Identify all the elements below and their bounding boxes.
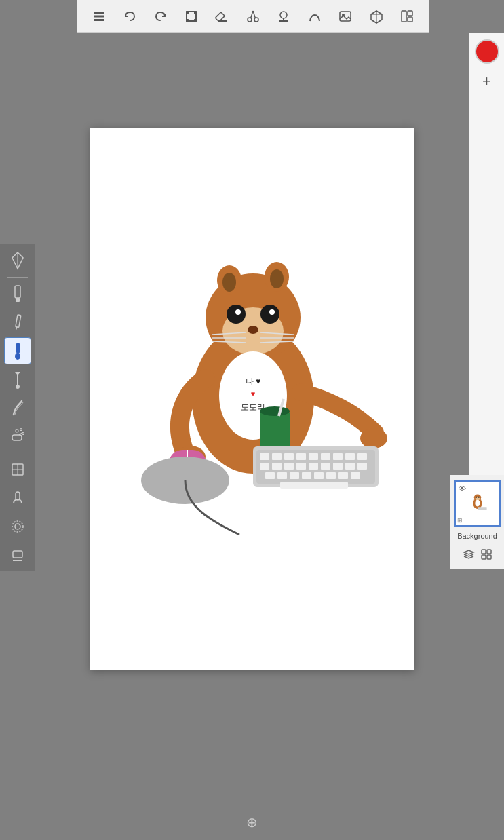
svg-line-12 <box>250 11 253 18</box>
svg-rect-97 <box>333 463 343 470</box>
svg-rect-8 <box>215 12 225 21</box>
svg-rect-86 <box>309 453 318 460</box>
svg-rect-4 <box>186 11 189 14</box>
airbrush-tool[interactable] <box>4 423 31 450</box>
marker-tool[interactable] <box>4 280 31 307</box>
svg-rect-105 <box>326 472 336 479</box>
curve-icon[interactable] <box>304 5 326 27</box>
layer-name-label: Background <box>457 532 497 540</box>
svg-rect-0 <box>94 12 104 14</box>
svg-rect-103 <box>302 472 311 479</box>
svg-rect-99 <box>357 463 367 470</box>
svg-rect-95 <box>309 463 318 470</box>
svg-rect-107 <box>351 472 360 479</box>
svg-rect-5 <box>194 11 197 14</box>
svg-rect-90 <box>357 453 367 460</box>
transform-icon[interactable] <box>180 5 202 27</box>
svg-line-13 <box>253 11 256 18</box>
svg-point-39 <box>20 429 22 431</box>
layer-thumbnail[interactable]: 👁 ⊞ <box>454 480 501 527</box>
svg-rect-15 <box>279 20 288 22</box>
add-color-button[interactable]: + <box>476 71 498 92</box>
svg-marker-34 <box>15 372 20 375</box>
svg-rect-83 <box>272 453 282 460</box>
blur-tool[interactable] <box>4 513 31 540</box>
layer-panel: 👁 ⊞ Background <box>450 475 504 569</box>
bottom-center-icon[interactable]: ⊕ <box>246 814 258 831</box>
svg-rect-82 <box>260 453 269 460</box>
layer-bottom-actions <box>463 548 492 563</box>
svg-point-45 <box>12 521 23 532</box>
svg-point-35 <box>16 385 20 389</box>
3d-icon[interactable] <box>366 5 387 27</box>
svg-rect-101 <box>277 472 287 479</box>
svg-point-32 <box>15 353 20 360</box>
svg-point-59 <box>269 309 275 315</box>
svg-rect-47 <box>13 551 22 558</box>
svg-rect-106 <box>338 472 348 479</box>
svg-rect-100 <box>265 472 275 479</box>
svg-point-114 <box>475 500 480 507</box>
canvas-paper[interactable]: 나 ♥ ♥ 도토리 <box>90 128 414 670</box>
layers-stack-icon[interactable] <box>463 548 475 563</box>
active-color-swatch[interactable] <box>475 39 499 64</box>
svg-point-40 <box>22 433 24 435</box>
svg-rect-2 <box>94 19 104 21</box>
undo-icon[interactable] <box>119 5 140 27</box>
svg-rect-36 <box>12 435 22 440</box>
svg-rect-6 <box>186 19 189 22</box>
pencil-tool[interactable] <box>4 309 31 336</box>
svg-rect-118 <box>482 555 486 559</box>
cut-icon[interactable] <box>242 5 264 27</box>
svg-text:♥: ♥ <box>250 389 255 398</box>
svg-rect-22 <box>402 11 406 22</box>
svg-rect-116 <box>482 550 486 554</box>
svg-rect-115 <box>478 507 487 510</box>
svg-point-54 <box>270 269 284 288</box>
image-icon[interactable] <box>334 5 356 27</box>
svg-rect-85 <box>296 453 306 460</box>
svg-rect-27 <box>15 286 20 298</box>
svg-marker-30 <box>16 327 18 330</box>
svg-rect-119 <box>487 555 491 559</box>
svg-point-56 <box>227 305 246 324</box>
right-panel: + <box>469 33 504 508</box>
svg-rect-1 <box>94 15 104 17</box>
svg-point-53 <box>222 273 236 292</box>
canvas-area[interactable]: 나 ♥ ♥ 도토리 <box>35 33 469 840</box>
svg-point-46 <box>15 524 20 529</box>
redo-icon[interactable] <box>150 5 172 27</box>
svg-rect-93 <box>284 463 294 470</box>
layer-visibility-icon[interactable]: 👁 <box>457 483 468 494</box>
svg-point-76 <box>360 428 387 448</box>
svg-rect-88 <box>333 453 343 460</box>
erase-icon[interactable] <box>212 5 233 27</box>
svg-rect-31 <box>16 343 20 354</box>
calligraphy-tool[interactable] <box>4 394 31 421</box>
svg-text:나 ♥: 나 ♥ <box>245 377 260 386</box>
svg-point-38 <box>16 429 18 432</box>
layers-icon[interactable] <box>88 5 110 27</box>
stamp-icon[interactable] <box>273 5 294 27</box>
panel-icon[interactable] <box>396 5 418 27</box>
svg-point-113 <box>478 497 479 498</box>
top-toolbar <box>77 0 429 33</box>
svg-point-57 <box>260 305 279 324</box>
pen-nib-tool[interactable] <box>4 247 31 274</box>
eraser-tool[interactable] <box>4 541 31 569</box>
svg-rect-98 <box>345 463 355 470</box>
pattern-tool[interactable] <box>4 456 31 483</box>
svg-rect-92 <box>272 463 282 470</box>
brush-tool-selected[interactable] <box>4 337 31 364</box>
svg-rect-91 <box>260 463 269 470</box>
grid-view-icon[interactable] <box>480 548 492 563</box>
svg-rect-104 <box>314 472 324 479</box>
svg-rect-7 <box>194 19 197 22</box>
svg-rect-96 <box>321 463 330 470</box>
ink-pen-tool[interactable] <box>4 366 31 393</box>
svg-rect-17 <box>340 12 351 21</box>
left-toolbar <box>0 244 35 571</box>
svg-rect-108 <box>280 482 348 489</box>
svg-rect-28 <box>16 298 20 302</box>
smudge-tool[interactable] <box>4 484 31 512</box>
